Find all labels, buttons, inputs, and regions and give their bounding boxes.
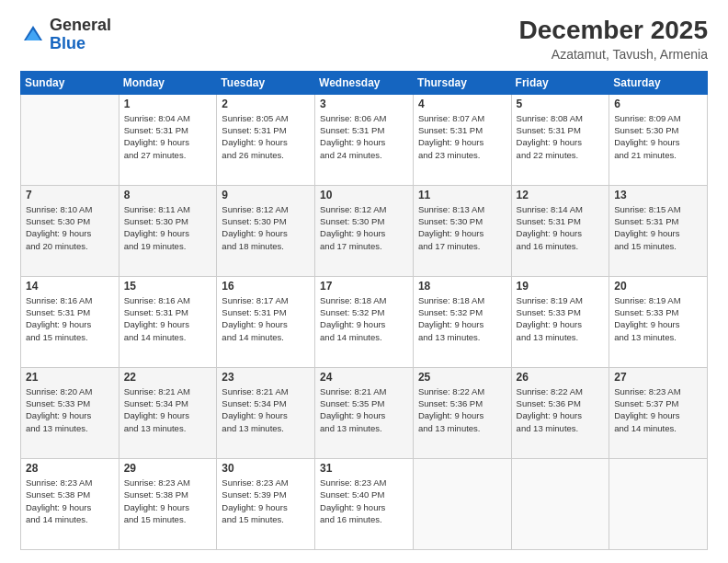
day-number: 5 [517,98,605,110]
day-info: Sunrise: 8:16 AM Sunset: 5:31 PM Dayligh… [124,294,212,343]
logo-general-text: General [50,16,111,34]
day-info: Sunrise: 8:19 AM Sunset: 5:33 PM Dayligh… [614,294,702,343]
day-info: Sunrise: 8:23 AM Sunset: 5:40 PM Dayligh… [320,477,408,525]
calendar-cell: 25Sunrise: 8:22 AM Sunset: 5:36 PM Dayli… [413,367,511,458]
calendar-cell: 8Sunrise: 8:11 AM Sunset: 5:30 PM Daylig… [119,185,217,276]
calendar-cell: 17Sunrise: 8:18 AM Sunset: 5:32 PM Dayli… [315,276,414,367]
day-info: Sunrise: 8:08 AM Sunset: 5:31 PM Dayligh… [517,112,605,161]
calendar-cell: 28Sunrise: 8:23 AM Sunset: 5:38 PM Dayli… [21,458,119,549]
day-number: 12 [517,189,605,201]
day-number: 27 [614,371,702,384]
day-info: Sunrise: 8:04 AM Sunset: 5:31 PM Dayligh… [124,112,212,161]
day-info: Sunrise: 8:12 AM Sunset: 5:30 PM Dayligh… [222,203,310,252]
day-number: 7 [26,189,114,201]
header: General Blue December 2025 Azatamut, Tav… [20,17,708,62]
day-number: 31 [320,462,408,475]
day-number: 22 [124,371,212,384]
calendar-cell: 10Sunrise: 8:12 AM Sunset: 5:30 PM Dayli… [315,185,414,276]
calendar-cell: 31Sunrise: 8:23 AM Sunset: 5:40 PM Dayli… [315,458,414,549]
calendar-cell: 26Sunrise: 8:22 AM Sunset: 5:36 PM Dayli… [511,367,609,458]
day-info: Sunrise: 8:10 AM Sunset: 5:30 PM Dayligh… [26,203,114,252]
calendar-cell: 15Sunrise: 8:16 AM Sunset: 5:31 PM Dayli… [119,276,217,367]
calendar-cell [511,458,609,549]
calendar-cell: 11Sunrise: 8:13 AM Sunset: 5:30 PM Dayli… [413,185,511,276]
day-info: Sunrise: 8:09 AM Sunset: 5:30 PM Dayligh… [614,112,702,161]
calendar-header-row: SundayMondayTuesdayWednesdayThursdayFrid… [21,71,708,94]
day-number: 17 [320,280,408,293]
page: General Blue December 2025 Azatamut, Tav… [0,0,728,563]
day-info: Sunrise: 8:23 AM Sunset: 5:37 PM Dayligh… [614,385,702,434]
calendar-week-row: 28Sunrise: 8:23 AM Sunset: 5:38 PM Dayli… [21,458,708,549]
day-number: 9 [222,189,310,201]
day-info: Sunrise: 8:14 AM Sunset: 5:31 PM Dayligh… [517,203,605,252]
day-number: 24 [320,371,408,384]
calendar-cell: 2Sunrise: 8:05 AM Sunset: 5:31 PM Daylig… [217,94,315,185]
calendar-header-wednesday: Wednesday [315,71,414,94]
day-number: 28 [26,462,114,475]
calendar-cell: 9Sunrise: 8:12 AM Sunset: 5:30 PM Daylig… [217,185,315,276]
calendar-cell: 19Sunrise: 8:19 AM Sunset: 5:33 PM Dayli… [511,276,609,367]
day-number: 16 [222,280,310,293]
day-number: 21 [26,371,114,384]
title-block: December 2025 Azatamut, Tavush, Armenia [519,17,708,62]
calendar-cell: 5Sunrise: 8:08 AM Sunset: 5:31 PM Daylig… [511,94,609,185]
day-info: Sunrise: 8:22 AM Sunset: 5:36 PM Dayligh… [517,385,605,434]
calendar-cell: 27Sunrise: 8:23 AM Sunset: 5:37 PM Dayli… [609,367,708,458]
day-number: 20 [614,280,702,293]
logo-icon [20,22,46,48]
calendar-cell: 4Sunrise: 8:07 AM Sunset: 5:31 PM Daylig… [413,94,511,185]
day-number: 13 [614,189,702,201]
calendar-cell: 29Sunrise: 8:23 AM Sunset: 5:38 PM Dayli… [119,458,217,549]
calendar-header-friday: Friday [511,71,609,94]
calendar-cell: 24Sunrise: 8:21 AM Sunset: 5:35 PM Dayli… [315,367,414,458]
day-info: Sunrise: 8:20 AM Sunset: 5:33 PM Dayligh… [26,385,114,434]
day-info: Sunrise: 8:16 AM Sunset: 5:31 PM Dayligh… [26,294,114,343]
calendar-cell: 16Sunrise: 8:17 AM Sunset: 5:31 PM Dayli… [217,276,315,367]
day-number: 8 [124,189,212,201]
day-number: 18 [418,280,506,293]
calendar-cell: 14Sunrise: 8:16 AM Sunset: 5:31 PM Dayli… [21,276,119,367]
calendar-cell: 18Sunrise: 8:18 AM Sunset: 5:32 PM Dayli… [413,276,511,367]
day-number: 25 [418,371,506,384]
day-info: Sunrise: 8:21 AM Sunset: 5:35 PM Dayligh… [320,385,408,434]
calendar-header-saturday: Saturday [609,71,708,94]
day-info: Sunrise: 8:06 AM Sunset: 5:31 PM Dayligh… [320,112,408,161]
calendar-cell: 21Sunrise: 8:20 AM Sunset: 5:33 PM Dayli… [21,367,119,458]
day-number: 2 [222,98,310,110]
calendar-cell: 3Sunrise: 8:06 AM Sunset: 5:31 PM Daylig… [315,94,414,185]
calendar-header-thursday: Thursday [413,71,511,94]
calendar-header-sunday: Sunday [21,71,119,94]
calendar-cell: 30Sunrise: 8:23 AM Sunset: 5:39 PM Dayli… [217,458,315,549]
day-info: Sunrise: 8:23 AM Sunset: 5:38 PM Dayligh… [26,477,114,525]
day-info: Sunrise: 8:11 AM Sunset: 5:30 PM Dayligh… [124,203,212,252]
calendar-week-row: 14Sunrise: 8:16 AM Sunset: 5:31 PM Dayli… [21,276,708,367]
calendar-cell: 13Sunrise: 8:15 AM Sunset: 5:31 PM Dayli… [609,185,708,276]
calendar-header-tuesday: Tuesday [217,71,315,94]
day-info: Sunrise: 8:15 AM Sunset: 5:31 PM Dayligh… [614,203,702,252]
day-number: 10 [320,189,408,201]
day-info: Sunrise: 8:19 AM Sunset: 5:33 PM Dayligh… [517,294,605,343]
day-info: Sunrise: 8:05 AM Sunset: 5:31 PM Dayligh… [222,112,310,161]
day-number: 29 [124,462,212,475]
calendar-cell [413,458,511,549]
day-info: Sunrise: 8:23 AM Sunset: 5:38 PM Dayligh… [124,477,212,525]
calendar-table: SundayMondayTuesdayWednesdayThursdayFrid… [20,71,708,550]
day-info: Sunrise: 8:13 AM Sunset: 5:30 PM Dayligh… [418,203,506,252]
logo-text: General Blue [50,17,111,53]
day-info: Sunrise: 8:22 AM Sunset: 5:36 PM Dayligh… [418,385,506,434]
calendar-cell: 12Sunrise: 8:14 AM Sunset: 5:31 PM Dayli… [511,185,609,276]
day-number: 26 [517,371,605,384]
day-number: 23 [222,371,310,384]
day-info: Sunrise: 8:21 AM Sunset: 5:34 PM Dayligh… [222,385,310,434]
day-number: 4 [418,98,506,110]
day-number: 1 [124,98,212,110]
calendar-cell: 6Sunrise: 8:09 AM Sunset: 5:30 PM Daylig… [609,94,708,185]
day-info: Sunrise: 8:07 AM Sunset: 5:31 PM Dayligh… [418,112,506,161]
day-number: 19 [517,280,605,293]
calendar-cell: 23Sunrise: 8:21 AM Sunset: 5:34 PM Dayli… [217,367,315,458]
logo-blue-text: Blue [50,34,85,52]
calendar-cell: 1Sunrise: 8:04 AM Sunset: 5:31 PM Daylig… [119,94,217,185]
day-info: Sunrise: 8:18 AM Sunset: 5:32 PM Dayligh… [418,294,506,343]
calendar-header-monday: Monday [119,71,217,94]
day-number: 3 [320,98,408,110]
